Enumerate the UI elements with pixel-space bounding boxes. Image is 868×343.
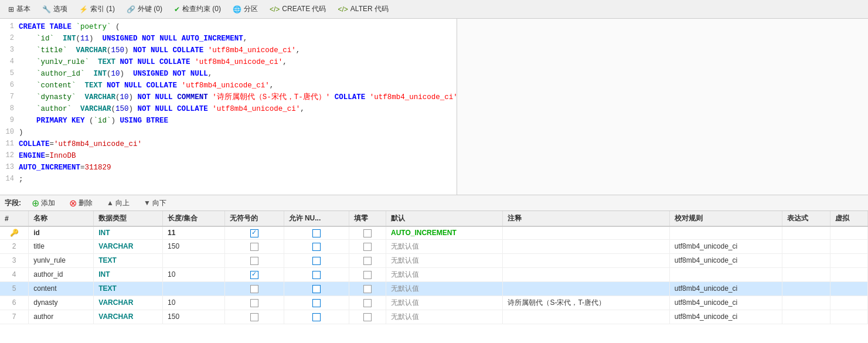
row-num-cell: 🔑 [0,226,29,239]
field-expression-cell [782,226,830,239]
field-fillzero-cell[interactable] [349,226,386,239]
allownull-checkbox[interactable] [312,229,321,237]
row-num-cell: 7 [0,310,29,324]
allownull-checkbox[interactable] [312,257,321,265]
table-row[interactable]: 4author_idINT10无默认值 [0,267,868,281]
field-name-cell: content [29,281,94,296]
code-line-9: 9 PRIMARY KEY (`id`) USING BTREE [0,115,457,127]
sql-code-panel[interactable]: 1 CREATE TABLE `poetry` ( 2 `id` INT(11)… [0,19,457,195]
field-collate-cell: utf8mb4_unicode_ci [669,281,782,296]
tab-alter-code[interactable]: </> ALTER 代码 [333,2,393,16]
tab-create-code[interactable]: </> CREATE 代码 [265,2,331,16]
fillzero-checkbox[interactable] [363,229,372,237]
unsigned-checkbox[interactable] [250,257,258,265]
field-virtual-cell [830,253,868,267]
tab-fk-label: 外键 (0) [138,4,162,14]
field-allownull-cell[interactable] [284,310,349,324]
alter-code-icon: </> [338,5,348,13]
allownull-checkbox[interactable] [312,313,321,321]
col-header-default: 默认 [386,211,502,226]
delete-icon: ⊗ [69,198,77,209]
field-fillzero-cell[interactable] [349,239,386,253]
move-up-button[interactable]: ▲ 向上 [103,197,133,209]
unsigned-checkbox[interactable] [250,299,258,307]
fillzero-checkbox[interactable] [363,313,372,321]
partition-icon: 🌐 [233,5,241,13]
row-num-cell: 5 [0,281,29,296]
tab-partition[interactable]: 🌐 分区 [228,2,263,16]
fillzero-checkbox[interactable] [363,257,372,265]
table-row[interactable]: 2titleVARCHAR150无默认值utf8mb4_unicode_ci [0,239,868,253]
field-expression-cell [782,310,830,324]
field-length-cell: 10 [163,267,225,281]
field-unsigned-cell[interactable] [224,226,284,239]
allownull-checkbox[interactable] [312,299,321,307]
field-allownull-cell[interactable] [284,253,349,267]
tab-index-label: 索引 (1) [90,4,115,14]
field-unsigned-cell[interactable] [224,239,284,253]
table-row[interactable]: 7authorVARCHAR150无默认值utf8mb4_unicode_ci [0,310,868,324]
tab-options[interactable]: 🔧 选项 [38,2,72,16]
table-row[interactable]: 3yunlv_ruleTEXT无默认值utf8mb4_unicode_ci [0,253,868,267]
field-name-cell: author_id [29,267,94,281]
tab-fk[interactable]: 🔗 外键 (0) [122,2,167,16]
field-type-cell: INT [94,226,163,239]
field-allownull-cell[interactable] [284,239,349,253]
field-length-cell: 10 [163,296,225,310]
field-allownull-cell[interactable] [284,226,349,239]
code-line-5: 5 `author_id` INT(10) UNSIGNED NOT NULL, [0,68,457,80]
table-row[interactable]: 6dynastyVARCHAR10无默认值诗所属朝代（S-宋代，T-唐代）utf… [0,296,868,310]
fillzero-checkbox[interactable] [363,243,372,251]
field-fillzero-cell[interactable] [349,296,386,310]
unsigned-checkbox[interactable] [250,243,258,251]
fillzero-checkbox[interactable] [363,271,372,279]
field-unsigned-cell[interactable] [224,281,284,296]
fk-icon: 🔗 [127,5,135,13]
field-unsigned-cell[interactable] [224,253,284,267]
add-field-button[interactable]: ⊕ 添加 [28,196,59,210]
field-allownull-cell[interactable] [284,281,349,296]
allownull-checkbox[interactable] [312,271,321,279]
table-header-row: # 名称 数据类型 长度/集合 无符号的 允许 NU... 填零 默认 注释 校… [0,211,868,226]
field-fillzero-cell[interactable] [349,310,386,324]
field-default-cell: 无默认值 [386,239,502,253]
field-virtual-cell [830,310,868,324]
fillzero-checkbox[interactable] [363,299,372,307]
allownull-checkbox[interactable] [312,243,321,251]
unsigned-checkbox[interactable] [250,271,258,279]
tab-partition-label: 分区 [244,4,258,14]
field-default-cell: 无默认值 [386,281,502,296]
table-row[interactable]: 🔑idINT11AUTO_INCREMENT [0,226,868,239]
unsigned-checkbox[interactable] [250,313,258,321]
field-allownull-cell[interactable] [284,267,349,281]
fillzero-checkbox[interactable] [363,285,372,293]
field-unsigned-cell[interactable] [224,296,284,310]
col-header-virtual: 虚拟 [830,211,868,226]
code-line-10: 10 ) [0,127,457,138]
field-fillzero-cell[interactable] [349,253,386,267]
fields-table-wrap[interactable]: # 名称 数据类型 长度/集合 无符号的 允许 NU... 填零 默认 注释 校… [0,211,868,328]
up-icon: ▲ [107,199,114,207]
field-name-cell: author [29,310,94,324]
row-num-cell: 6 [0,296,29,310]
col-header-unsigned: 无符号的 [224,211,284,226]
table-row[interactable]: 5contentTEXT无默认值utf8mb4_unicode_ci [0,281,868,296]
field-unsigned-cell[interactable] [224,267,284,281]
unsigned-checkbox[interactable] [250,285,258,293]
tab-index[interactable]: ⚡ 索引 (1) [74,2,120,16]
create-code-icon: </> [270,5,280,13]
unsigned-checkbox[interactable] [250,229,258,237]
tab-basic[interactable]: ⊞ 基本 [4,2,35,16]
tab-check[interactable]: ✔ 检查约束 (0) [169,2,226,16]
field-fillzero-cell[interactable] [349,267,386,281]
field-fillzero-cell[interactable] [349,281,386,296]
field-unsigned-cell[interactable] [224,310,284,324]
move-down-button[interactable]: ▼ 向下 [140,197,170,209]
field-allownull-cell[interactable] [284,296,349,310]
code-line-12: 12 ENGINE=InnoDB [0,150,457,162]
row-num-cell: 2 [0,239,29,253]
delete-field-button[interactable]: ⊗ 删除 [66,196,96,210]
field-collate-cell: utf8mb4_unicode_ci [669,253,782,267]
field-length-cell [163,253,225,267]
allownull-checkbox[interactable] [312,285,321,293]
